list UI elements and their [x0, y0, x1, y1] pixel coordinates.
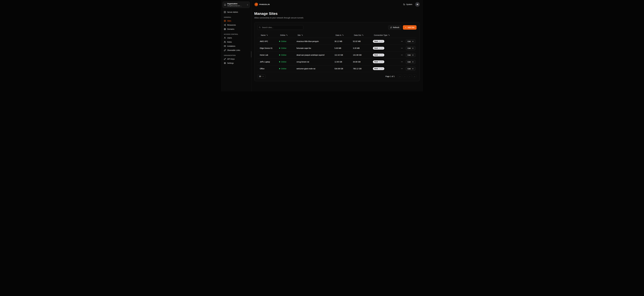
org-selector[interactable]: Organization milo@fossorial.io's ... — [222, 2, 250, 8]
connection-type-name: Newt — [374, 47, 378, 49]
pangolin-logo-icon — [254, 2, 258, 6]
column-label: Connection Type — [374, 34, 388, 36]
sidebar-item-server-admin[interactable]: Server Admin — [222, 10, 250, 14]
connection-type-version: v1.3.2 — [379, 54, 383, 56]
column-header-data-out[interactable]: Data Out — [350, 34, 370, 36]
sidebar-item-users[interactable]: Users — [222, 36, 250, 40]
next-page-button[interactable]: › — [408, 74, 412, 78]
card-toolbar: Refresh Add Site — [258, 25, 416, 30]
column-label: Site — [298, 34, 300, 36]
sidebar-scrollbar-thumb[interactable] — [251, 51, 252, 58]
add-site-button[interactable]: Add Site — [403, 25, 416, 30]
sidebar-item-settings[interactable]: Settings — [222, 61, 250, 65]
sidebar-item-label: Roles — [227, 41, 232, 43]
sidebar-item-sites[interactable]: Sites — [222, 19, 250, 23]
link-icon — [224, 49, 226, 51]
add-site-label: Add Site — [408, 26, 414, 28]
ellipsis-icon — [401, 54, 403, 56]
roles-users-icon — [224, 41, 226, 43]
sidebar-item-resources[interactable]: Resources — [222, 23, 250, 27]
edit-button[interactable]: Edit — [406, 53, 416, 57]
ellipsis-icon — [401, 47, 403, 49]
refresh-button[interactable]: Refresh — [388, 25, 401, 30]
sidebar-item-roles[interactable]: Roles — [222, 40, 250, 44]
sidebar-item-label: API Keys — [227, 58, 235, 60]
theme-label: System — [406, 3, 412, 6]
connection-type-name: Newt — [374, 40, 378, 42]
section-label-access-control: ACCESS CONTROL — [224, 34, 248, 35]
sidebar-item-api-keys[interactable]: API Keys — [222, 57, 250, 61]
main-content: PANGOLIN System M Manage Sites Allow con… — [252, 0, 423, 92]
ellipsis-icon — [401, 40, 403, 42]
connection-type-badge: Newt v1.3.2 — [373, 60, 384, 63]
previous-page-button[interactable]: ‹ — [403, 74, 407, 78]
column-header-data-in[interactable]: Data In — [332, 34, 350, 36]
avatar[interactable]: M — [415, 2, 420, 7]
chevron-down-icon — [262, 76, 264, 77]
column-header-site[interactable]: Site — [294, 34, 332, 36]
edit-label: Edit — [408, 47, 410, 49]
sidebar-item-shareable-links[interactable]: Shareable Links — [222, 48, 250, 52]
online-status-label: Online — [281, 68, 286, 70]
mail-icon — [224, 45, 226, 47]
row-menu-button[interactable] — [400, 60, 404, 63]
ellipsis-icon — [401, 61, 403, 63]
cell-connection-type: Newt v1.3.2 — [370, 54, 402, 56]
cell-actions: Edit — [402, 46, 416, 50]
sidebar-item-domains[interactable]: Domains — [222, 27, 250, 31]
arrow-right-icon — [412, 61, 414, 63]
edit-button[interactable]: Edit — [406, 60, 416, 64]
row-menu-button[interactable] — [400, 47, 404, 50]
online-status-dot — [279, 61, 280, 62]
online-status-dot — [279, 68, 280, 69]
sidebar-item-label: Domains — [227, 28, 234, 30]
sidebar-item-label: Shareable Links — [227, 49, 240, 51]
building-icon — [224, 4, 226, 6]
cell-name: Home Lab — [258, 54, 277, 56]
sort-icon — [266, 34, 268, 36]
cell-site: vivacious-little-blue-penguin — [294, 40, 332, 42]
table-header-row: Name Online Site Data In — [258, 32, 416, 38]
sidebar-item-label: Server Admin — [227, 11, 238, 13]
edit-label: Edit — [408, 54, 410, 56]
cell-name: Jeff's Laptop — [258, 61, 277, 63]
column-header-online[interactable]: Online — [277, 34, 294, 36]
page-size-select[interactable]: 20 — [258, 74, 266, 78]
sidebar-item-invitations[interactable]: Invitations — [222, 44, 250, 48]
column-label: Data Out — [354, 34, 361, 36]
edit-label: Edit — [408, 61, 410, 63]
edit-button[interactable]: Edit — [406, 46, 416, 50]
last-page-button[interactable]: » — [413, 74, 416, 78]
cell-actions: Edit — [402, 53, 416, 57]
edit-label: Edit — [408, 68, 410, 70]
edit-button[interactable]: Edit — [406, 40, 416, 44]
cell-site: dead-san-joaquin-antelope-squirrel — [294, 54, 332, 56]
first-page-button[interactable]: « — [398, 74, 402, 78]
search-wrap — [258, 25, 303, 30]
page-title: Manage Sites — [254, 12, 420, 16]
cell-data-in: 5.00 MB — [332, 47, 350, 49]
refresh-label: Refresh — [393, 26, 399, 28]
search-input[interactable] — [258, 25, 303, 30]
connection-type-name: Newt — [374, 68, 378, 70]
connection-type-badge: Newt v1.3.2 — [373, 67, 384, 70]
cell-data-out: 52.02 MB — [350, 40, 370, 42]
sites-card: Refresh Add Site Name Online — [254, 22, 420, 81]
row-menu-button[interactable] — [400, 54, 404, 56]
sort-icon — [388, 34, 390, 36]
connection-type-name: Newt — [374, 61, 378, 63]
column-header-name[interactable]: Name — [258, 34, 277, 36]
edit-button[interactable]: Edit — [406, 67, 416, 71]
online-status-label: Online — [281, 47, 286, 49]
users-icon — [224, 37, 226, 39]
cell-data-in: 30.12 MB — [332, 40, 350, 42]
theme-toggle-button[interactable]: System — [403, 3, 412, 6]
cell-connection-type: Newt v1.3.2 — [370, 67, 402, 70]
sort-icon — [342, 34, 344, 36]
cell-data-out: 3.20 MB — [350, 47, 370, 49]
row-menu-button[interactable] — [400, 40, 404, 43]
row-menu-button[interactable] — [400, 67, 404, 70]
arrow-right-icon — [412, 68, 414, 70]
globe-icon — [224, 28, 226, 30]
column-header-connection-type[interactable]: Connection Type — [370, 34, 402, 36]
